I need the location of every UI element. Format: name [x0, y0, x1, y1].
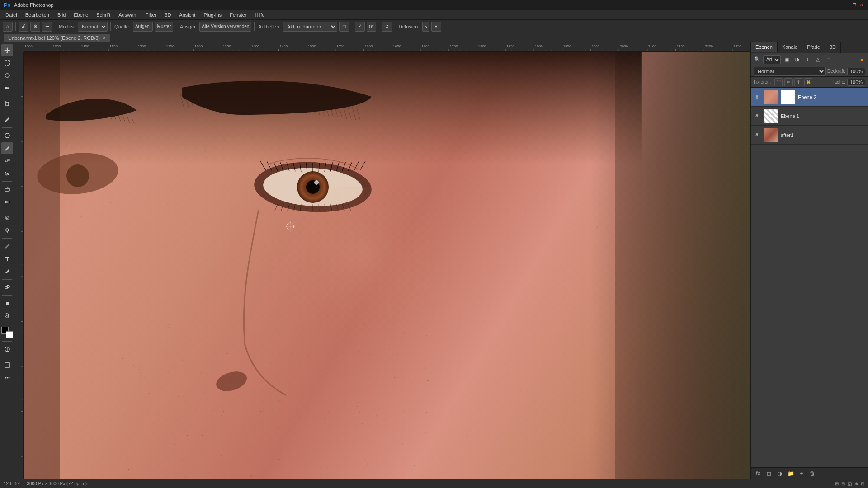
zoom-tool[interactable]: [1, 310, 13, 322]
menu-bild[interactable]: Bild: [54, 11, 69, 19]
dodge-tool[interactable]: [1, 225, 13, 236]
document-tab[interactable]: Unbenannt-1 bei 120% (Ebene 2, RGB/8) ×: [4, 34, 110, 42]
menu-ebene[interactable]: Ebene: [70, 11, 92, 19]
grid-icon[interactable]: ⊞: [835, 481, 839, 486]
minimize-button[interactable]: ─: [844, 2, 850, 8]
add-mask-btn[interactable]: ◻: [764, 469, 774, 478]
move-tool[interactable]: [1, 44, 13, 56]
brush-settings-btn[interactable]: ⚙: [30, 22, 40, 32]
heal-tool[interactable]: [1, 130, 13, 141]
menu-filter[interactable]: Filter: [142, 11, 160, 19]
quick-select-tool[interactable]: [1, 82, 13, 94]
layer-visibility-ebene1[interactable]: 👁: [754, 113, 761, 120]
layer-visibility-after1[interactable]: 👁: [754, 131, 761, 139]
filter-shape-btn[interactable]: △: [813, 55, 822, 64]
menu-auswahl[interactable]: Auswahl: [115, 11, 141, 19]
fill-value[interactable]: 100%: [847, 79, 865, 86]
doc-tab-close[interactable]: ×: [103, 35, 106, 41]
snap-icon[interactable]: ⊟: [841, 481, 845, 486]
quelle-label: Quelle:: [114, 24, 130, 29]
diffusion-value[interactable]: 5: [422, 22, 429, 32]
group-btn[interactable]: 📁: [786, 469, 795, 478]
quick-mask-btn[interactable]: [1, 343, 13, 355]
alte-version-btn[interactable]: Alte Version verwenden: [199, 22, 251, 32]
tool-separator-2: [2, 112, 12, 112]
tab-pfade[interactable]: Pfade: [802, 42, 825, 53]
lock-position-btn[interactable]: ✛: [794, 78, 802, 86]
aufhellen-select[interactable]: Akt. u. darunter: [283, 22, 337, 32]
path-select-tool[interactable]: [1, 266, 13, 277]
brush-icon[interactable]: 🖌: [19, 22, 28, 32]
rectangular-marquee-tool[interactable]: [1, 57, 13, 69]
history-state-icon[interactable]: ◱: [848, 481, 852, 486]
brush-menu-btn[interactable]: ☰: [42, 22, 52, 32]
text-tool[interactable]: [1, 253, 13, 265]
sample-all-btn[interactable]: ⊡: [339, 22, 349, 32]
history-btn[interactable]: ↺: [382, 22, 392, 32]
screen-mode-btn[interactable]: [1, 359, 13, 371]
eyedropper-tool[interactable]: [1, 114, 13, 126]
menu-ansicht[interactable]: Ansicht: [175, 11, 199, 19]
blend-mode-select[interactable]: Normal: [78, 22, 108, 32]
eraser-tool[interactable]: [1, 183, 13, 195]
lock-transparent-btn[interactable]: ⬚: [774, 78, 783, 86]
filter-smart-btn[interactable]: ◻: [824, 55, 833, 64]
menu-datei[interactable]: Datei: [2, 11, 21, 19]
muster-btn[interactable]: Muster: [155, 22, 173, 32]
restore-button[interactable]: ❐: [852, 2, 857, 8]
svg-text:1800: 1800: [478, 44, 486, 48]
brush-tool[interactable]: [1, 142, 13, 154]
new-layer-btn[interactable]: ＋: [797, 469, 806, 478]
lock-pixels-btn[interactable]: ✏: [784, 78, 793, 86]
blur-tool[interactable]: [1, 212, 13, 224]
delete-layer-btn[interactable]: 🗑: [808, 469, 817, 478]
filter-pixel-btn[interactable]: ▣: [782, 55, 791, 64]
tab-kanaele[interactable]: Kanäle: [778, 42, 802, 53]
shapes-tool[interactable]: [1, 282, 13, 293]
face-canvas[interactable]: [24, 52, 750, 479]
menu-fenster[interactable]: Fenster: [226, 11, 250, 19]
canvas-image[interactable]: [24, 52, 750, 479]
color-swatches[interactable]: [1, 327, 13, 338]
filter-type-btn[interactable]: T: [803, 55, 812, 64]
layer-item-ebene1[interactable]: 👁 Ebene 1: [751, 107, 868, 126]
hand-tool[interactable]: [1, 297, 13, 309]
menu-bearbeiten[interactable]: Bearbeiten: [22, 11, 53, 19]
menu-plugins[interactable]: Plug-ins: [200, 11, 225, 19]
filter-adjust-btn[interactable]: ◑: [793, 55, 802, 64]
fullscreen-icon[interactable]: ⊡: [861, 481, 864, 486]
add-adjustment-btn[interactable]: ◑: [775, 469, 784, 478]
history-brush-tool[interactable]: [1, 168, 13, 179]
layer-type-select[interactable]: Art: [763, 55, 781, 64]
menu-hilfe[interactable]: Hilfe: [251, 11, 268, 19]
close-button[interactable]: ✕: [859, 2, 864, 8]
tool-separator-1: [2, 96, 12, 96]
aufgen-btn[interactable]: Aufgen.: [133, 22, 153, 32]
layer-thumb-ebene1: [764, 109, 778, 123]
home-button[interactable]: ⌂: [3, 22, 13, 32]
opacity-value[interactable]: 100%: [847, 68, 865, 75]
gradient-tool[interactable]: [1, 196, 13, 208]
crop-tool[interactable]: [1, 98, 13, 110]
menu-3d[interactable]: 3D: [161, 11, 175, 19]
pen-tool[interactable]: [1, 240, 13, 252]
canvas-area[interactable]: 1000105011001150120012501300135014001450…: [14, 42, 750, 479]
add-style-btn[interactable]: fx: [754, 469, 763, 478]
lock-all-btn[interactable]: 🔒: [804, 78, 812, 86]
layer-visibility-ebene2[interactable]: 👁: [754, 94, 761, 101]
layer-item-ebene2[interactable]: 👁 Ebene 2: [751, 88, 868, 107]
window-controls[interactable]: ─ ❐ ✕: [844, 2, 864, 8]
layer-item-after1[interactable]: 👁 after1: [751, 126, 868, 145]
layer-blend-select[interactable]: Normal: [754, 67, 826, 76]
menu-schrift[interactable]: Schrift: [93, 11, 114, 19]
lasso-tool[interactable]: [1, 70, 13, 81]
extras-btn[interactable]: [1, 372, 13, 384]
filter-on-toggle[interactable]: ●: [857, 55, 866, 64]
diffusion-menu[interactable]: ▾: [431, 22, 441, 32]
background-color[interactable]: [6, 331, 13, 338]
info-icon[interactable]: ⊕: [854, 481, 858, 486]
tab-3d[interactable]: 3D: [825, 42, 841, 53]
clone-stamp-tool[interactable]: [1, 155, 13, 167]
tab-ebenen[interactable]: Ebenen: [751, 42, 778, 53]
filter-toggle[interactable]: 🔍: [753, 55, 762, 64]
